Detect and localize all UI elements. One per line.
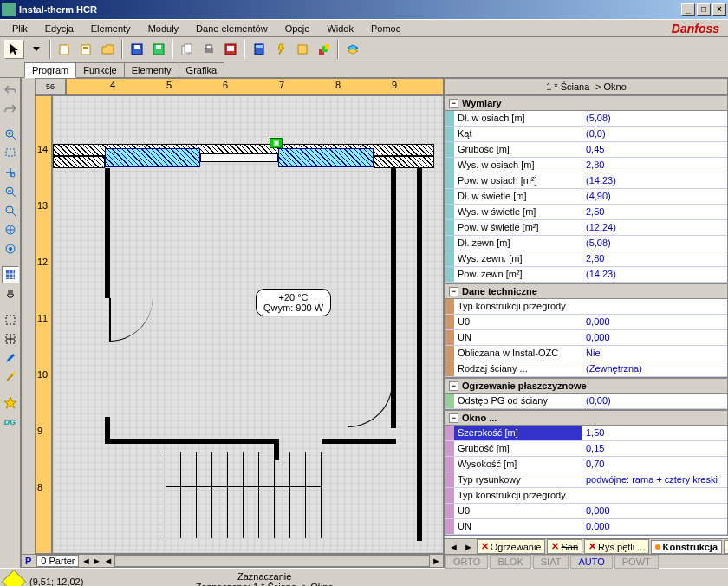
select-rect-icon[interactable]	[2, 311, 19, 329]
mode-orto[interactable]: ORTO	[445, 555, 488, 569]
group-header[interactable]: Ogrzewanie płaszczyznowe	[462, 381, 587, 391]
prop-value[interactable]: (12,24)	[582, 220, 727, 235]
menu-opcje[interactable]: Opcje	[276, 21, 319, 36]
property-row[interactable]: Grubość [m]0,15	[445, 441, 727, 457]
property-row[interactable]: Szerokość [m]1,50	[445, 426, 727, 441]
property-row[interactable]: Pow. zewn [m²](14,23)	[445, 267, 727, 283]
property-row[interactable]: Grubość [m]0,45	[445, 142, 727, 158]
print-icon[interactable]	[198, 40, 218, 59]
prop-value[interactable]: (0,00)	[582, 394, 727, 408]
layer-tab[interactable]: Podkład	[724, 540, 728, 554]
prop-value[interactable]: 2,80	[582, 158, 727, 173]
property-row[interactable]: U00,000	[445, 504, 727, 519]
menu-widok[interactable]: Widok	[318, 21, 362, 36]
zoom-center-icon[interactable]	[2, 240, 19, 257]
prop-value[interactable]: 0,000	[582, 504, 727, 518]
property-row[interactable]: Pow. w osiach [m²](14,23)	[445, 173, 727, 189]
property-row[interactable]: Dł. w osiach [m](5,08)	[445, 111, 727, 127]
property-row[interactable]: Wys. w świetle [m]2,50	[445, 205, 727, 220]
sheet-icon[interactable]	[292, 40, 312, 59]
undo-icon[interactable]	[2, 81, 19, 98]
prop-value[interactable]: 1,50	[582, 426, 727, 440]
property-row[interactable]: Typ konstrukcji przegrody	[445, 488, 727, 504]
property-row[interactable]: Wys. w osiach [m]2,80	[445, 158, 727, 173]
menu-pomoc[interactable]: Pomoc	[362, 21, 409, 36]
cursor-tool[interactable]	[4, 40, 24, 59]
copy-icon[interactable]	[177, 40, 197, 59]
property-row[interactable]: U00,000	[445, 315, 727, 330]
save-icon[interactable]	[127, 40, 146, 59]
zoom-in-icon[interactable]	[2, 126, 19, 143]
property-row[interactable]: Kąt(0,0)	[445, 127, 727, 142]
mode-auto[interactable]: AUTO	[570, 555, 612, 569]
prop-value[interactable]: (4,90)	[582, 189, 727, 204]
layer-tab[interactable]: ✕San	[547, 539, 582, 554]
tab-program[interactable]: Program	[24, 62, 76, 78]
maximize-button[interactable]: □	[697, 3, 711, 16]
layer-tab[interactable]: ✕Ogrzewanie	[477, 539, 546, 554]
property-row[interactable]: Wysokość [m]0,70	[445, 457, 727, 472]
property-row[interactable]: Rodzaj ściany ...(Zewnętrzna)	[445, 361, 727, 377]
prop-value[interactable]: 0.000	[582, 519, 727, 534]
property-row[interactable]: Dł. zewn [m](5,08)	[445, 236, 727, 251]
new2-icon[interactable]	[76, 40, 96, 59]
tab-grafika[interactable]: Grafika	[179, 62, 224, 77]
menu-edycja[interactable]: Edycja	[36, 21, 82, 36]
layers-icon[interactable]	[342, 40, 362, 59]
mode-powt[interactable]: POWT	[614, 555, 659, 569]
dg-icon[interactable]: DG	[2, 413, 19, 431]
select-grid-icon[interactable]	[2, 330, 19, 348]
prop-value[interactable]: (0,0)	[582, 127, 727, 141]
menu-elementy[interactable]: Elementy	[82, 21, 140, 36]
prop-value[interactable]: 0,000	[582, 315, 727, 329]
prop-value[interactable]: 2,50	[582, 205, 727, 219]
menu-moduly[interactable]: Moduły	[140, 21, 187, 36]
flash-icon[interactable]	[270, 40, 290, 59]
property-row[interactable]: UN0.000	[445, 519, 727, 535]
property-row[interactable]: Obliczana w Instal-OZCNie	[445, 346, 727, 361]
property-row[interactable]: Dł. w świetle [m](4,90)	[445, 189, 727, 205]
stack-icon[interactable]	[314, 40, 334, 59]
prop-value[interactable]: (Zewnętrzna)	[582, 361, 727, 376]
zoom-out-icon[interactable]	[2, 183, 19, 200]
property-row[interactable]: Odstęp PG od ściany(0,00)	[445, 394, 727, 409]
grid-icon[interactable]	[2, 266, 19, 283]
prop-value[interactable]: (5,08)	[582, 236, 727, 251]
menu-dane[interactable]: Dane elementów	[187, 21, 276, 36]
tab-elementy[interactable]: Elementy	[124, 62, 179, 77]
prop-value[interactable]: 0,15	[582, 441, 727, 456]
prop-value[interactable]: 0,70	[582, 457, 727, 472]
close-button[interactable]: ×	[712, 3, 726, 16]
property-row[interactable]: Typ rysunkowypodwójne: rama + cztery kre…	[445, 472, 727, 488]
mode-siat[interactable]: SIAT	[533, 555, 569, 569]
zoom-plus-icon[interactable]	[2, 164, 19, 181]
prop-value[interactable]: podwójne: rama + cztery kreski	[582, 472, 727, 487]
property-row[interactable]: UN0,000	[445, 330, 727, 346]
zoom-rect-icon[interactable]	[2, 145, 19, 162]
redo-icon[interactable]	[2, 100, 19, 117]
prop-value[interactable]: Nie	[582, 346, 727, 361]
prop-value[interactable]: 0,45	[582, 142, 727, 157]
prop-value[interactable]: (14,23)	[582, 267, 727, 282]
open-icon[interactable]	[98, 40, 118, 59]
dropdown-icon[interactable]	[26, 40, 46, 59]
save2-icon[interactable]	[148, 40, 168, 59]
floor-selector[interactable]: 0 Parter	[36, 555, 79, 567]
property-row[interactable]: Typ konstrukcji przegrody	[445, 299, 727, 315]
prop-value[interactable]: 0,000	[582, 330, 727, 345]
tab-funkcje[interactable]: Funkcje	[75, 62, 125, 77]
prop-value[interactable]: 2,80	[582, 251, 727, 266]
minimize-button[interactable]: _	[681, 3, 695, 16]
wand-icon[interactable]	[2, 368, 19, 386]
pan-icon[interactable]	[2, 285, 19, 303]
mode-blok[interactable]: BLOK	[490, 555, 530, 569]
menu-plik[interactable]: Plik	[3, 21, 36, 36]
group-header[interactable]: Wymiary	[462, 98, 502, 108]
pencil-icon[interactable]	[2, 349, 19, 367]
group-header[interactable]: Dane techniczne	[462, 286, 537, 296]
new-icon[interactable]	[55, 40, 75, 59]
prop-value[interactable]: (5,08)	[582, 111, 727, 126]
h-scrollbar[interactable]	[114, 555, 430, 567]
prop-value[interactable]	[582, 488, 727, 503]
zoom-all-icon[interactable]	[2, 221, 19, 238]
